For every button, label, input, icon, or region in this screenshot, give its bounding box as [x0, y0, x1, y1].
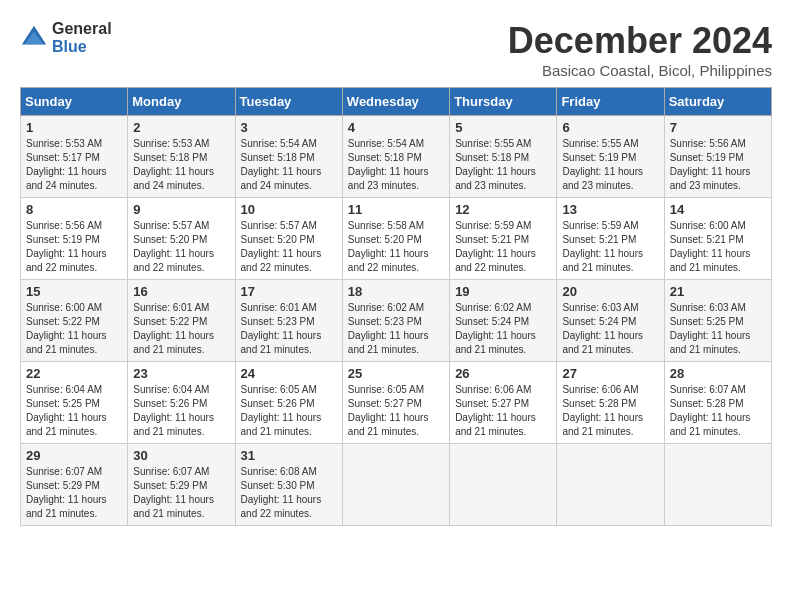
day-number: 27 — [562, 366, 658, 381]
logo: General Blue — [20, 20, 112, 55]
day-number: 5 — [455, 120, 551, 135]
day-info: Sunrise: 5:59 AMSunset: 5:21 PMDaylight:… — [562, 219, 658, 275]
day-number: 4 — [348, 120, 444, 135]
location: Basicao Coastal, Bicol, Philippines — [508, 62, 772, 79]
day-number: 13 — [562, 202, 658, 217]
table-row: 8Sunrise: 5:56 AMSunset: 5:19 PMDaylight… — [21, 198, 128, 280]
col-monday: Monday — [128, 88, 235, 116]
table-row — [342, 444, 449, 526]
day-info: Sunrise: 6:07 AMSunset: 5:29 PMDaylight:… — [133, 465, 229, 521]
day-info: Sunrise: 6:01 AMSunset: 5:22 PMDaylight:… — [133, 301, 229, 357]
day-number: 23 — [133, 366, 229, 381]
table-row — [557, 444, 664, 526]
day-info: Sunrise: 5:56 AMSunset: 5:19 PMDaylight:… — [26, 219, 122, 275]
day-number: 19 — [455, 284, 551, 299]
table-row: 2Sunrise: 5:53 AMSunset: 5:18 PMDaylight… — [128, 116, 235, 198]
day-number: 30 — [133, 448, 229, 463]
table-row: 14Sunrise: 6:00 AMSunset: 5:21 PMDayligh… — [664, 198, 771, 280]
day-number: 21 — [670, 284, 766, 299]
day-number: 17 — [241, 284, 337, 299]
calendar-header-row: Sunday Monday Tuesday Wednesday Thursday… — [21, 88, 772, 116]
table-row: 10Sunrise: 5:57 AMSunset: 5:20 PMDayligh… — [235, 198, 342, 280]
day-number: 20 — [562, 284, 658, 299]
table-row: 12Sunrise: 5:59 AMSunset: 5:21 PMDayligh… — [450, 198, 557, 280]
day-number: 2 — [133, 120, 229, 135]
col-thursday: Thursday — [450, 88, 557, 116]
table-row: 11Sunrise: 5:58 AMSunset: 5:20 PMDayligh… — [342, 198, 449, 280]
day-info: Sunrise: 5:53 AMSunset: 5:18 PMDaylight:… — [133, 137, 229, 193]
table-row: 16Sunrise: 6:01 AMSunset: 5:22 PMDayligh… — [128, 280, 235, 362]
table-row: 17Sunrise: 6:01 AMSunset: 5:23 PMDayligh… — [235, 280, 342, 362]
day-info: Sunrise: 6:04 AMSunset: 5:26 PMDaylight:… — [133, 383, 229, 439]
day-info: Sunrise: 6:02 AMSunset: 5:23 PMDaylight:… — [348, 301, 444, 357]
page-header: General Blue December 2024 Basicao Coast… — [20, 20, 772, 79]
calendar-week-row: 22Sunrise: 6:04 AMSunset: 5:25 PMDayligh… — [21, 362, 772, 444]
table-row: 18Sunrise: 6:02 AMSunset: 5:23 PMDayligh… — [342, 280, 449, 362]
day-number: 11 — [348, 202, 444, 217]
day-number: 12 — [455, 202, 551, 217]
day-number: 15 — [26, 284, 122, 299]
col-wednesday: Wednesday — [342, 88, 449, 116]
day-info: Sunrise: 6:04 AMSunset: 5:25 PMDaylight:… — [26, 383, 122, 439]
day-number: 10 — [241, 202, 337, 217]
table-row: 23Sunrise: 6:04 AMSunset: 5:26 PMDayligh… — [128, 362, 235, 444]
day-number: 9 — [133, 202, 229, 217]
day-info: Sunrise: 6:02 AMSunset: 5:24 PMDaylight:… — [455, 301, 551, 357]
table-row: 24Sunrise: 6:05 AMSunset: 5:26 PMDayligh… — [235, 362, 342, 444]
logo-general: General — [52, 20, 112, 38]
day-info: Sunrise: 5:57 AMSunset: 5:20 PMDaylight:… — [133, 219, 229, 275]
day-info: Sunrise: 6:05 AMSunset: 5:27 PMDaylight:… — [348, 383, 444, 439]
day-number: 6 — [562, 120, 658, 135]
day-info: Sunrise: 6:05 AMSunset: 5:26 PMDaylight:… — [241, 383, 337, 439]
day-number: 18 — [348, 284, 444, 299]
day-info: Sunrise: 6:00 AMSunset: 5:22 PMDaylight:… — [26, 301, 122, 357]
col-saturday: Saturday — [664, 88, 771, 116]
day-info: Sunrise: 6:08 AMSunset: 5:30 PMDaylight:… — [241, 465, 337, 521]
day-info: Sunrise: 5:59 AMSunset: 5:21 PMDaylight:… — [455, 219, 551, 275]
day-info: Sunrise: 5:54 AMSunset: 5:18 PMDaylight:… — [241, 137, 337, 193]
table-row: 25Sunrise: 6:05 AMSunset: 5:27 PMDayligh… — [342, 362, 449, 444]
day-number: 26 — [455, 366, 551, 381]
day-number: 25 — [348, 366, 444, 381]
day-info: Sunrise: 5:55 AMSunset: 5:19 PMDaylight:… — [562, 137, 658, 193]
day-info: Sunrise: 6:06 AMSunset: 5:28 PMDaylight:… — [562, 383, 658, 439]
day-info: Sunrise: 6:07 AMSunset: 5:29 PMDaylight:… — [26, 465, 122, 521]
day-info: Sunrise: 5:53 AMSunset: 5:17 PMDaylight:… — [26, 137, 122, 193]
col-friday: Friday — [557, 88, 664, 116]
table-row: 1Sunrise: 5:53 AMSunset: 5:17 PMDaylight… — [21, 116, 128, 198]
day-number: 16 — [133, 284, 229, 299]
table-row: 31Sunrise: 6:08 AMSunset: 5:30 PMDayligh… — [235, 444, 342, 526]
day-info: Sunrise: 6:03 AMSunset: 5:24 PMDaylight:… — [562, 301, 658, 357]
title-block: December 2024 Basicao Coastal, Bicol, Ph… — [508, 20, 772, 79]
day-info: Sunrise: 5:55 AMSunset: 5:18 PMDaylight:… — [455, 137, 551, 193]
table-row: 4Sunrise: 5:54 AMSunset: 5:18 PMDaylight… — [342, 116, 449, 198]
month-title: December 2024 — [508, 20, 772, 62]
day-number: 7 — [670, 120, 766, 135]
logo-text: General Blue — [52, 20, 112, 55]
day-info: Sunrise: 6:03 AMSunset: 5:25 PMDaylight:… — [670, 301, 766, 357]
day-info: Sunrise: 6:01 AMSunset: 5:23 PMDaylight:… — [241, 301, 337, 357]
calendar-week-row: 1Sunrise: 5:53 AMSunset: 5:17 PMDaylight… — [21, 116, 772, 198]
day-info: Sunrise: 5:57 AMSunset: 5:20 PMDaylight:… — [241, 219, 337, 275]
day-number: 1 — [26, 120, 122, 135]
table-row: 6Sunrise: 5:55 AMSunset: 5:19 PMDaylight… — [557, 116, 664, 198]
day-number: 3 — [241, 120, 337, 135]
day-number: 14 — [670, 202, 766, 217]
table-row — [664, 444, 771, 526]
table-row: 28Sunrise: 6:07 AMSunset: 5:28 PMDayligh… — [664, 362, 771, 444]
table-row: 7Sunrise: 5:56 AMSunset: 5:19 PMDaylight… — [664, 116, 771, 198]
day-number: 8 — [26, 202, 122, 217]
table-row: 30Sunrise: 6:07 AMSunset: 5:29 PMDayligh… — [128, 444, 235, 526]
logo-blue: Blue — [52, 38, 112, 56]
col-sunday: Sunday — [21, 88, 128, 116]
table-row: 22Sunrise: 6:04 AMSunset: 5:25 PMDayligh… — [21, 362, 128, 444]
calendar-week-row: 8Sunrise: 5:56 AMSunset: 5:19 PMDaylight… — [21, 198, 772, 280]
day-info: Sunrise: 6:00 AMSunset: 5:21 PMDaylight:… — [670, 219, 766, 275]
table-row: 15Sunrise: 6:00 AMSunset: 5:22 PMDayligh… — [21, 280, 128, 362]
table-row: 9Sunrise: 5:57 AMSunset: 5:20 PMDaylight… — [128, 198, 235, 280]
day-info: Sunrise: 5:56 AMSunset: 5:19 PMDaylight:… — [670, 137, 766, 193]
day-number: 31 — [241, 448, 337, 463]
table-row — [450, 444, 557, 526]
table-row: 27Sunrise: 6:06 AMSunset: 5:28 PMDayligh… — [557, 362, 664, 444]
day-number: 28 — [670, 366, 766, 381]
